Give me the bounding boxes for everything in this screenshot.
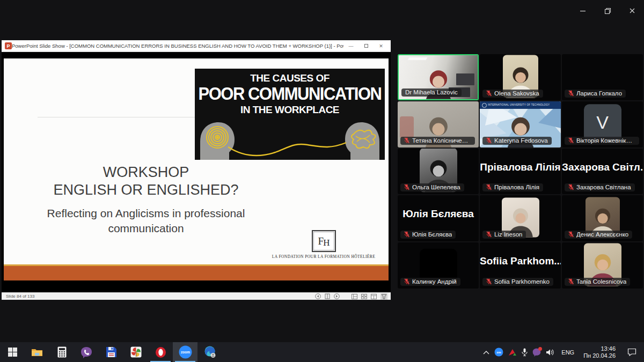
date: Пн 20.04.26 [583,352,616,359]
participant-tile[interactable]: Liz Ineson [480,195,561,241]
clock[interactable]: 13:46 Пн 20.04.26 [581,345,618,359]
ppt-close-icon[interactable]: ✕ [374,41,389,51]
language-indicator[interactable]: ENG [559,349,576,356]
participant-name-label: Ольга Шепелева [400,183,464,191]
slide-counter: Slide 84 of 133 [6,294,34,299]
edge-icon[interactable] [197,342,222,362]
next-slide-icon[interactable] [334,293,340,299]
annotation-pen-icon[interactable] [325,293,330,299]
participant-tile[interactable]: INTERNATIONAL UNIVERSITY OF TECHNOLOGY K… [480,101,561,147]
slide-canvas[interactable]: THE CAUSES OF POOR COMMUNICATION IN THE … [4,58,389,280]
system-tray: zm [483,342,644,362]
slide-divider-line [38,117,195,117]
participant-tile[interactable]: V Вікторія Кожевнікова [562,101,643,147]
time: 13:46 [583,345,616,352]
participant-tile[interactable]: Калинку Андрій [398,242,479,289]
muted-mic-icon [404,231,409,238]
muted-mic-icon [568,231,574,238]
muted-mic-icon [486,137,492,144]
participant-dark-avatar [420,249,457,281]
communication-heads-illustration [195,115,385,160]
zoom-taskbar-icon[interactable]: zoom [173,342,197,362]
anydesk-tray-icon[interactable] [508,349,517,356]
workshop-description-line1: Reflecting on Anglicisms in professional [12,206,280,221]
muted-mic-icon [486,231,492,238]
previous-slide-icon[interactable] [315,293,321,299]
powerpoint-titlebar[interactable]: P PowerPoint Slide Show - [COMMON COMMUN… [2,40,391,52]
slideshow-view-icon[interactable] [381,294,387,299]
participant-name: Тетяна Колісниченко [412,137,471,144]
participant-tile[interactable]: Tania Colesnicova [562,242,643,289]
microphone-tray-icon[interactable] [522,348,528,357]
participant-tile[interactable]: Dr Mihaela Lazovic [398,54,479,100]
participant-tile[interactable]: Olena Sakovska [480,54,561,100]
close-icon[interactable] [627,5,638,16]
fh-logo: FH [312,230,336,252]
zoom-tray-icon[interactable]: zm [494,348,503,357]
participant-tile[interactable]: Захарова Світл... Захарова Світлана [562,149,643,195]
participant-name: Прівалова Лілія [494,184,539,190]
powerpoint-window-controls: — ✕ [343,41,389,51]
powerpoint-statusbar: Slide 84 of 133 [2,292,391,300]
slide-banner: THE CAUSES OF POOR COMMUNICATION IN THE … [195,69,385,160]
banner-line2: POOR COMMUNICATION [195,85,385,102]
ppt-maximize-icon[interactable] [358,41,374,51]
participant-tile[interactable]: Ольга Шепелева [398,149,479,195]
workshop-description-line2: communication [12,221,280,236]
participant-name-label: Dr Mihaela Lazovic [401,88,462,97]
muted-mic-icon [486,90,492,97]
normal-view-icon[interactable] [352,294,357,299]
participant-name-label: Tania Colesnicova [565,278,630,286]
svg-text:zm: zm [497,351,501,354]
muted-mic-icon [568,137,574,144]
participant-name-label: Калинку Андрій [400,278,460,286]
participant-name: Юлія Бєляєва [412,231,452,238]
calculator-icon[interactable] [49,342,74,362]
participant-tile[interactable]: Тетяна Колісниченко [398,101,479,147]
participant-name-label: Liz Ineson [482,231,526,239]
viber-icon[interactable] [74,342,99,362]
participant-tile[interactable]: Прівалова Лілія Прівалова Лілія [480,149,561,195]
powerpoint-window-title: PowerPoint Slide Show - [COMMON COMMUNIC… [12,43,343,49]
muted-mic-icon [568,184,574,190]
participant-name: Liz Ineson [494,231,522,238]
participants-grid: Dr Mihaela Lazovic Olena Sakovska Лариса… [398,54,643,289]
action-center-icon[interactable] [623,342,641,362]
slide-sorter-icon[interactable] [361,294,367,299]
save-app-icon[interactable] [99,342,123,362]
participant-name: Захарова Світлана [576,184,631,190]
start-button[interactable] [0,342,25,362]
participant-tile[interactable]: Юлія Бєляєва Юлія Бєляєва [398,195,479,241]
participant-tile[interactable]: Лариса Гопкало [562,54,643,100]
workshop-title: WORKSHOP [12,164,280,181]
participant-name: Olena Sakovska [494,90,539,97]
participant-name: Вікторія Кожевнікова [576,137,635,144]
participant-tile[interactable]: Денис Алексєєнко [562,195,643,241]
viber-notification-dot [538,347,542,351]
banner-line3: IN THE WORKPLACE [195,105,385,115]
minimize-icon[interactable] [577,5,588,16]
virtual-background-banner: INTERNATIONAL UNIVERSITY OF TECHNOLOGY [480,101,561,109]
muted-mic-icon [568,90,574,97]
fh-logo-caption: LA FONDATION POUR LA FORMATION HÔTELIÈRE [243,254,389,259]
participant-name: Лариса Гопкало [576,90,622,97]
opera-icon[interactable] [148,342,173,362]
ppt-minimize-icon[interactable]: — [343,41,358,51]
file-explorer-icon[interactable] [25,342,49,362]
participant-name-label: Kateryna Fedosova [482,137,552,145]
reading-view-icon[interactable] [371,294,377,299]
viber-tray-icon[interactable] [532,348,541,357]
speaker-tray-icon[interactable] [546,349,554,356]
pinwheel-app-icon[interactable] [123,342,148,362]
participant-name-label: Olena Sakovska [482,90,543,98]
powerpoint-window: P PowerPoint Slide Show - [COMMON COMMUN… [2,40,391,300]
participant-name-label: Sofiia Parkhomenko [482,278,553,286]
participant-tile[interactable]: Sofiia Parkhom... Sofiia Parkhomenko [480,242,561,289]
restore-icon[interactable] [602,5,613,16]
participant-name-label: Денис Алексєєнко [565,231,632,239]
muted-mic-icon [404,278,409,285]
desktop: P PowerPoint Slide Show - [COMMON COMMUN… [0,0,644,362]
participant-big-name: Захарова Світл... [562,161,643,173]
workshop-subtitle: ENGLISH OR ENGLISHED? [12,181,280,199]
hidden-icons-chevron[interactable] [483,350,489,354]
